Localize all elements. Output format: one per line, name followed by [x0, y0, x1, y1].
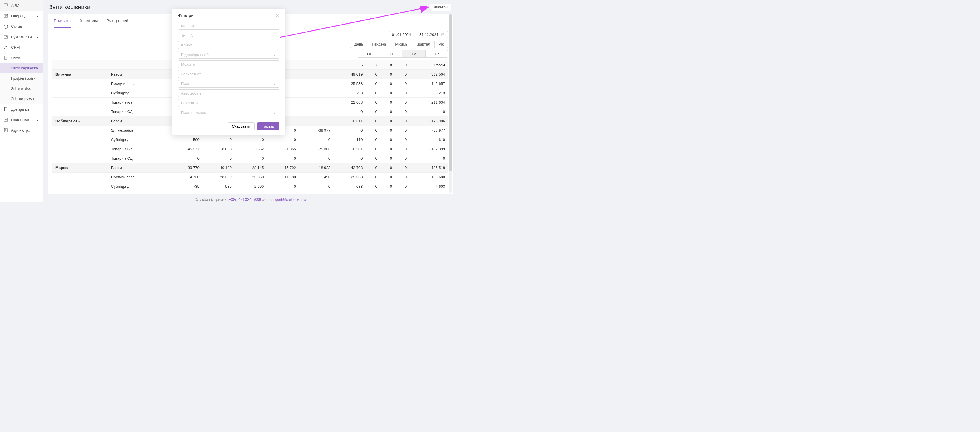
row-section-label: [52, 126, 108, 135]
submenu-cashflow-report[interactable]: Звіт по руху гро...: [0, 94, 43, 104]
cell-value: 0: [366, 116, 380, 126]
cell-value: 0: [380, 172, 395, 182]
row-sub-label: Разом: [108, 116, 168, 126]
cell-value: 1 490: [299, 172, 333, 182]
cell-value: 24 305: [168, 191, 202, 195]
cell-value: 0: [366, 172, 380, 182]
cell-value: 0: [380, 79, 395, 88]
cell-value: 0: [267, 154, 299, 163]
filter-select-відповідальний[interactable]: Відповідальний: [178, 51, 279, 59]
chart-icon: [3, 56, 8, 60]
table-col-header: 8: [380, 61, 395, 70]
menu-arm[interactable]: АРМ: [0, 0, 43, 11]
filter-select-реквізити[interactable]: Реквізити: [178, 99, 279, 107]
filter-select-клієнт[interactable]: Клієнт: [178, 41, 279, 49]
filter-select-механік[interactable]: Механік: [178, 61, 279, 68]
filter-select-запчастист[interactable]: Запчастист: [178, 70, 279, 78]
ok-button[interactable]: Гаразд: [257, 122, 279, 130]
submenu-xlsx-reports[interactable]: Звіти в xlsx: [0, 83, 43, 94]
submenu-manager-reports[interactable]: Звіти керівника: [0, 63, 43, 73]
row-sub-label: Разом: [108, 163, 168, 172]
date-range-picker[interactable]: 01.01.2024 → 31.12.2024: [389, 31, 448, 38]
close-icon[interactable]: [275, 13, 279, 18]
cell-value: 0: [395, 145, 409, 154]
wallet-icon: [3, 34, 8, 39]
row-section-label: Виручка: [52, 70, 108, 79]
cell-value: 0: [380, 145, 395, 154]
menu-settings[interactable]: Налаштування: [0, 115, 43, 125]
cell-value: 0: [409, 154, 448, 163]
menu-admin[interactable]: Адмініструва...: [0, 125, 43, 135]
select-placeholder: Відповідальний: [181, 53, 208, 57]
tab-analytics[interactable]: Аналітика: [80, 14, 99, 28]
footer-email[interactable]: support@carbook.pro: [269, 197, 306, 202]
row-sub-label: Товари з н/з: [108, 191, 168, 195]
row-section-label: [52, 135, 108, 145]
cell-value: [299, 88, 333, 98]
period-quarter[interactable]: Квартал: [412, 41, 434, 48]
row-sub-label: Товари з СД: [108, 107, 168, 116]
tab-cashflow[interactable]: Рух грошей: [107, 14, 128, 28]
filter-select-автомобіль[interactable]: Автомобіль: [178, 89, 279, 97]
cell-value: 16 487: [333, 191, 366, 195]
filter-select-тип-н-з[interactable]: Тип н/з: [178, 32, 279, 40]
filter-select-мережа[interactable]: Мережа: [178, 22, 279, 30]
cell-value: 0: [366, 191, 380, 195]
cell-value: 0: [168, 154, 202, 163]
cell-value: 0: [395, 107, 409, 116]
filter-select-постачальник[interactable]: Постачальник: [178, 108, 279, 116]
table-row: Товари з н/з24 30511 2031954 61217 43316…: [52, 191, 448, 195]
cell-value: 0: [366, 154, 380, 163]
cell-value: 793: [333, 88, 366, 98]
quick-1d[interactable]: 1Д: [358, 51, 380, 57]
row-sub-label: Субпідряд: [108, 135, 168, 145]
cell-value: -38 977: [409, 126, 448, 135]
footer-phone[interactable]: +38(044) 334-5889: [229, 197, 261, 202]
quick-1m[interactable]: 1М: [402, 51, 426, 57]
period-day[interactable]: День: [350, 41, 368, 48]
period-month[interactable]: Місяць: [391, 41, 412, 48]
row-section-label: Маржа: [52, 163, 108, 172]
filters-button[interactable]: Фільтри: [430, 3, 452, 11]
cancel-button[interactable]: Скасувати: [228, 122, 255, 130]
cell-value: -176 986: [409, 116, 448, 126]
scrollbar-thumb[interactable]: [449, 14, 452, 171]
modal-body: МережаТип н/зКлієнтВідповідальнийМеханік…: [172, 21, 285, 120]
svg-rect-5: [4, 118, 8, 121]
table-row: Субпідряд7355852 600006830004 603: [52, 182, 448, 191]
cell-value: 0: [366, 126, 380, 135]
cell-value: 195: [234, 191, 267, 195]
cell-value: -38 977: [299, 126, 333, 135]
chevron-down-icon: [273, 34, 276, 37]
menu-accounting[interactable]: Бухгалтерія: [0, 32, 43, 42]
cell-value: 0: [395, 154, 409, 163]
menu-operations[interactable]: Операції: [0, 11, 43, 21]
menu-directories[interactable]: Довідники: [0, 104, 43, 115]
menu-label: Адмініструва...: [11, 128, 33, 132]
filter-select-пост[interactable]: Пост: [178, 80, 279, 88]
cell-value: 0: [395, 191, 409, 195]
period-week[interactable]: Тиждень: [368, 41, 391, 48]
menu-warehouse[interactable]: Склад: [0, 21, 43, 32]
cell-value: 0: [395, 79, 409, 88]
chevron-down-icon: [36, 118, 40, 121]
box-icon: [3, 24, 8, 29]
cell-value: -45 277: [168, 145, 202, 154]
chevron-down-icon: [36, 128, 40, 132]
chevron-down-icon: [273, 92, 276, 95]
menu-crm[interactable]: CRM: [0, 42, 43, 53]
table-col-header: [52, 61, 108, 70]
period-year[interactable]: Рік: [434, 41, 448, 48]
tab-profit[interactable]: Прибуток: [54, 14, 72, 28]
settings-icon: [3, 117, 8, 122]
scrollbar-track[interactable]: [449, 14, 452, 193]
submenu-graphical-reports[interactable]: Графічні звіти: [0, 73, 43, 83]
quick-1y[interactable]: 1Р: [426, 51, 448, 57]
menu-reports[interactable]: Звіти: [0, 53, 43, 63]
crm-icon: [3, 45, 8, 49]
admin-icon: [3, 128, 8, 132]
cell-value: -1 355: [267, 145, 299, 154]
chevron-down-icon: [36, 35, 40, 38]
quick-1w[interactable]: 1Т: [380, 51, 402, 57]
select-placeholder: Реквізити: [181, 101, 198, 105]
